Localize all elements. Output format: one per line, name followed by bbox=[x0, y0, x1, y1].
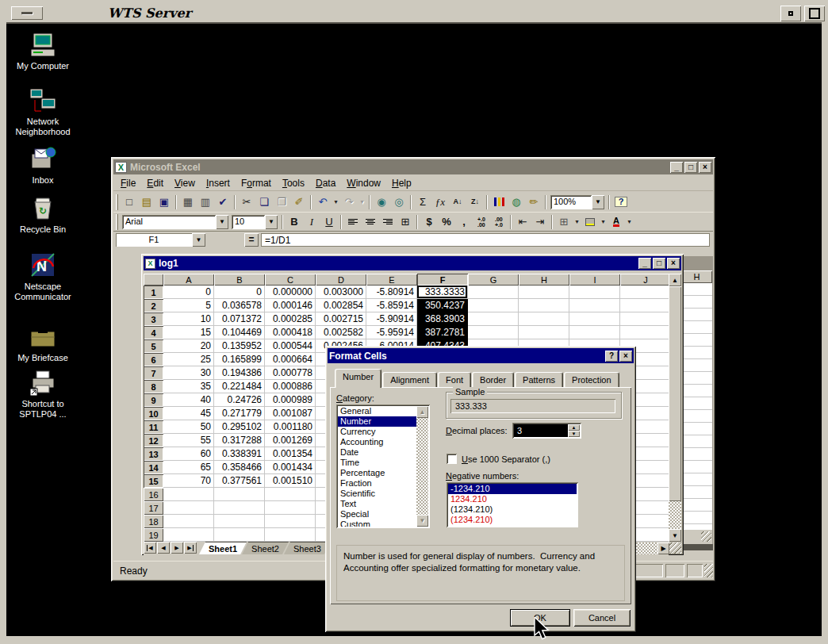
column-header-F[interactable]: F bbox=[417, 274, 468, 286]
row-header-6[interactable]: 6 bbox=[144, 353, 163, 366]
menu-help[interactable]: Help bbox=[386, 176, 417, 190]
next-sheet-button[interactable]: ▶ bbox=[171, 542, 183, 554]
cell-A2[interactable]: 5 bbox=[163, 299, 214, 312]
open-button[interactable]: ▤ bbox=[139, 194, 155, 210]
wts-titlebar[interactable]: WTS Server bbox=[6, 3, 822, 24]
toolbar-grip[interactable] bbox=[116, 214, 118, 230]
column-header-C[interactable]: C bbox=[265, 274, 316, 286]
cell-A6[interactable]: 25 bbox=[163, 353, 214, 366]
cell-I2[interactable] bbox=[569, 299, 620, 312]
cell-F2[interactable]: 350.4237 bbox=[417, 299, 468, 312]
workbook-resize-grip[interactable] bbox=[669, 542, 681, 554]
print-preview-button[interactable]: ▥ bbox=[197, 194, 213, 210]
desktop-icon-network-neighborhood[interactable]: Network Neighborhood bbox=[6, 87, 79, 114]
cell-F4[interactable]: 387.2781 bbox=[417, 326, 468, 339]
autosum-button[interactable]: Σ bbox=[415, 194, 431, 210]
tab-patterns[interactable]: Patterns bbox=[515, 372, 563, 388]
align-left-button[interactable] bbox=[345, 214, 361, 230]
row-header-5[interactable]: 5 bbox=[144, 339, 163, 353]
web-toolbar-button[interactable]: ◎ bbox=[391, 194, 407, 210]
cell-B1[interactable]: 0 bbox=[214, 286, 265, 299]
column-header-H[interactable]: H bbox=[519, 274, 569, 286]
category-item-number[interactable]: Number bbox=[338, 416, 416, 427]
cell-H1[interactable] bbox=[519, 286, 569, 299]
sheet-tab-sheet1[interactable]: Sheet1 bbox=[199, 542, 247, 554]
cell-I1[interactable] bbox=[569, 286, 620, 299]
category-item-text[interactable]: Text bbox=[338, 499, 416, 509]
increase-indent-button[interactable]: ⇥ bbox=[532, 214, 548, 230]
vscroll-up-arrow[interactable]: ▲ bbox=[669, 274, 681, 286]
cell-E1[interactable]: -5.80914 bbox=[366, 286, 417, 299]
dialog-titlebar[interactable]: Format Cells ? × bbox=[328, 348, 634, 363]
cell-D1[interactable]: 0.003000 bbox=[316, 286, 366, 299]
row-header-18[interactable]: 18 bbox=[144, 515, 163, 528]
cell-A13[interactable]: 60 bbox=[163, 447, 214, 461]
cell-H4[interactable] bbox=[519, 326, 569, 339]
category-item-general[interactable]: General bbox=[338, 406, 416, 416]
cell-E3[interactable]: -5.90914 bbox=[366, 312, 417, 326]
tab-number[interactable]: Number bbox=[335, 369, 381, 388]
desktop-icon-my-briefcase[interactable]: My Briefcase bbox=[6, 324, 79, 351]
cell-D2[interactable]: 0.002854 bbox=[316, 299, 366, 312]
column-header-E[interactable]: E bbox=[366, 274, 417, 286]
row-header-13[interactable]: 13 bbox=[144, 447, 163, 461]
cell-A18[interactable] bbox=[163, 515, 214, 528]
cell-A3[interactable]: 10 bbox=[163, 312, 214, 326]
sheet-tab-sheet2[interactable]: Sheet2 bbox=[242, 542, 289, 554]
paste-button[interactable]: ❐ bbox=[274, 194, 289, 210]
cell-B12[interactable]: 0.317288 bbox=[214, 434, 265, 447]
excel-titlebar[interactable]: X Microsoft Excel _ □ × bbox=[113, 159, 713, 174]
cell-C7[interactable]: 0.000778 bbox=[265, 366, 316, 380]
name-box-dropdown[interactable]: ▼ bbox=[192, 233, 205, 247]
negative-format-option-1[interactable]: 1234.210 bbox=[448, 494, 577, 504]
column-header-J[interactable]: J bbox=[620, 274, 669, 286]
sheet-tab-sheet3[interactable]: Sheet3 bbox=[284, 542, 331, 554]
cell-B4[interactable]: 0.104469 bbox=[214, 326, 265, 339]
increase-decimal-button[interactable]: +.0 .00 bbox=[473, 214, 489, 230]
category-item-fraction[interactable]: Fraction bbox=[338, 478, 416, 489]
cell-A17[interactable] bbox=[163, 501, 214, 515]
cell-G1[interactable] bbox=[468, 286, 519, 299]
cell-B17[interactable] bbox=[214, 501, 265, 515]
row-header-10[interactable]: 10 bbox=[144, 407, 163, 420]
cell-B8[interactable]: 0.221484 bbox=[214, 380, 265, 393]
cell-D4[interactable]: 0.002582 bbox=[316, 326, 366, 339]
menu-window[interactable]: Window bbox=[341, 176, 386, 190]
cell-A16[interactable] bbox=[163, 488, 214, 501]
paste-function-button[interactable]: ƒx bbox=[432, 194, 448, 210]
formula-input[interactable]: =1/D1 bbox=[261, 233, 710, 247]
column-header-I[interactable]: I bbox=[569, 274, 620, 286]
cell-E4[interactable]: -5.95914 bbox=[366, 326, 417, 339]
cell-E2[interactable]: -5.85914 bbox=[366, 299, 417, 312]
cell-F3[interactable]: 368.3903 bbox=[417, 312, 468, 326]
cell-C16[interactable] bbox=[265, 488, 316, 501]
cell-C8[interactable]: 0.000886 bbox=[265, 380, 316, 393]
desktop-icon-netscape-communicator[interactable]: NNetscape Communicator bbox=[6, 252, 79, 279]
negative-format-option-0[interactable]: -1234.210 bbox=[448, 484, 577, 494]
cell-G4[interactable] bbox=[468, 326, 519, 339]
cell-B16[interactable] bbox=[214, 488, 265, 501]
row-header-8[interactable]: 8 bbox=[144, 380, 163, 393]
workbook-minimize-button[interactable]: _ bbox=[638, 258, 651, 269]
cell-C6[interactable]: 0.000664 bbox=[265, 353, 316, 366]
cell-C15[interactable]: 0.001510 bbox=[265, 474, 316, 488]
wts-maximize-button[interactable] bbox=[804, 6, 825, 21]
spinner-down-arrow[interactable]: ▼ bbox=[568, 431, 580, 437]
percent-style-button[interactable]: % bbox=[439, 214, 454, 230]
cell-A1[interactable]: 0 bbox=[163, 286, 214, 299]
background-column-header[interactable]: H bbox=[681, 270, 712, 283]
comma-style-button[interactable]: , bbox=[456, 214, 472, 230]
vscroll-thumb[interactable] bbox=[669, 286, 681, 501]
category-item-currency[interactable]: Currency bbox=[338, 427, 416, 437]
category-scroll-down[interactable]: ▼ bbox=[416, 515, 428, 527]
font-name-combo-dropdown[interactable]: ▼ bbox=[216, 215, 228, 229]
column-header-G[interactable]: G bbox=[468, 274, 519, 286]
thousand-separator-checkbox[interactable] bbox=[447, 454, 457, 464]
cell-C9[interactable]: 0.000989 bbox=[265, 393, 316, 407]
cell-A11[interactable]: 50 bbox=[163, 420, 214, 434]
last-sheet-button[interactable]: ▶ bbox=[184, 542, 197, 554]
tab-font[interactable]: Font bbox=[438, 372, 471, 388]
tab-protection[interactable]: Protection bbox=[564, 372, 619, 388]
excel-close-button[interactable]: × bbox=[699, 162, 711, 173]
menu-file[interactable]: File bbox=[115, 176, 141, 190]
